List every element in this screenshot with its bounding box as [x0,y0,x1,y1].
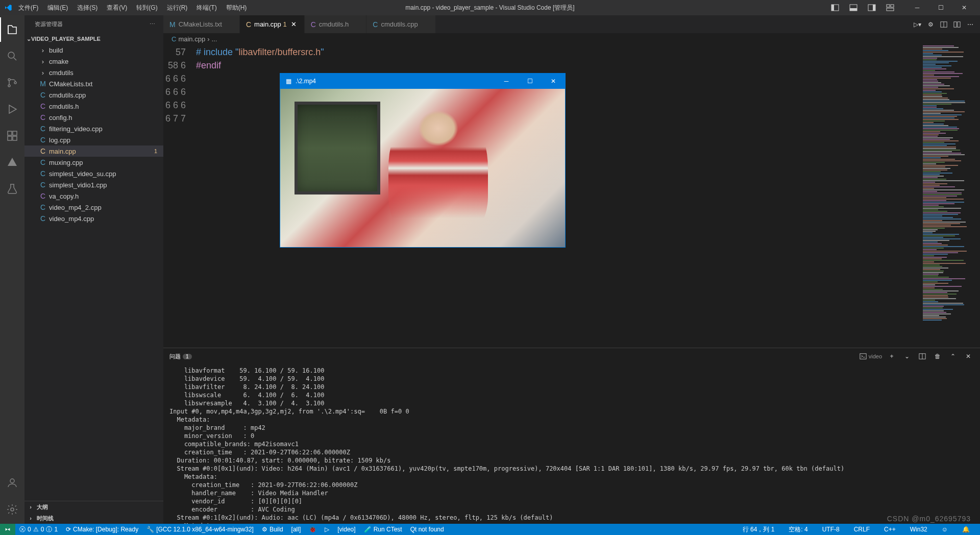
tree-item[interactable]: Clog.cpp [24,134,163,145]
kill-terminal-icon[interactable]: 🗑 [932,351,943,362]
close-tab-icon[interactable]: ✕ [290,20,298,29]
tree-item[interactable]: Cva_copy.h [24,190,163,202]
tree-item[interactable]: ›cmdutils [24,67,163,78]
status-qt[interactable]: Qt not found [406,524,448,535]
customize-layout-icon[interactable] [883,1,897,15]
status-launch-icon[interactable]: ▷ [321,524,333,535]
tree-item[interactable]: Ccmdutils.cpp [24,89,163,101]
editor-tab[interactable]: Ccmdutils.cpp [366,15,435,33]
source-control-icon[interactable] [0,70,24,95]
titlebar-left: 文件(F) 编辑(E) 选择(S) 查看(V) 转到(G) 运行(R) 终端(T… [4,2,251,14]
status-eol[interactable]: CRLF [850,526,874,533]
explorer-icon[interactable] [0,17,24,42]
file-icon: C [246,20,251,29]
tree-item[interactable]: ›build [24,44,163,56]
chevron-right-icon: › [39,58,47,65]
close-tab-icon[interactable] [421,20,429,29]
minimap[interactable] [922,44,973,348]
problems-tab[interactable]: 问题 1 [169,353,192,360]
tree-item[interactable]: Ccmdutils.h [24,101,163,112]
status-errors[interactable]: ⓧ 0 ⚠ 0 ⓘ 1 [15,524,62,535]
tree-item[interactable]: Cfiltering_video.cpp [24,123,163,134]
status-ln-col[interactable]: 行 64，列 1 [739,525,779,534]
diff-icon[interactable] [951,19,963,30]
more-icon[interactable]: ⋯ [965,19,976,30]
toggle-secondary-sidebar-icon[interactable] [865,1,879,15]
file-icon: C [39,169,47,178]
menu-go[interactable]: 转到(G) [132,2,161,14]
menu-help[interactable]: 帮助(H) [222,2,251,14]
testing-icon[interactable] [0,177,24,201]
close-panel-icon[interactable]: ✕ [963,351,974,362]
menu-edit[interactable]: 编辑(E) [43,2,72,14]
menu-view[interactable]: 查看(V) [103,2,131,14]
new-terminal-icon[interactable]: + [886,351,897,362]
settings-icon[interactable] [0,497,24,522]
status-debug-icon[interactable]: 🐞 [305,524,321,535]
minimize-button[interactable]: ─ [905,0,929,15]
tree-item[interactable]: Cvideo_mp4.cpp [24,213,163,224]
extensions-icon[interactable] [0,124,24,148]
status-cmake[interactable]: ⟳ CMake: [Debug]: Ready [62,524,142,535]
menu-file[interactable]: 文件(F) [14,2,42,14]
tree-item[interactable]: Cmain.cpp1 [24,145,163,157]
status-kit[interactable]: 🔧 [GCC 12.1.0 x86_64-w64-mingw32] [142,524,258,535]
tree-item[interactable]: Cconfig.h [24,112,163,123]
status-debug-target[interactable]: [video] [333,524,359,535]
close-tab-icon[interactable] [352,20,360,29]
tree-item[interactable]: Csimplest_video_su.cpp [24,168,163,179]
video-player-window[interactable]: ▦ .\2.mp4 ─ ☐ ✕ [280,74,565,247]
menu-terminal[interactable]: 终端(T) [192,2,220,14]
status-notifications-icon[interactable]: 🔔 [958,526,974,533]
close-tab-icon[interactable] [225,20,233,29]
video-minimize-button[interactable]: ─ [495,74,518,89]
breadcrumb[interactable]: C main.cpp › ... [163,33,980,44]
video-close-button[interactable]: ✕ [542,74,565,89]
status-target[interactable]: [all] [287,524,305,535]
remote-button[interactable] [0,524,15,535]
search-icon[interactable] [0,44,24,68]
video-titlebar[interactable]: ▦ .\2.mp4 ─ ☐ ✕ [280,74,565,89]
tree-item[interactable]: Csimplest_vidio1.cpp [24,179,163,190]
file-icon: C [39,181,47,189]
menu-selection[interactable]: 选择(S) [73,2,102,14]
menu-run[interactable]: 运行(R) [163,2,192,14]
status-spaces[interactable]: 空格: 4 [785,525,812,534]
tree-item[interactable]: Cvideo_mp4_2.cpp [24,202,163,213]
project-header[interactable]: ⌄ VIDEO_PLAYER_SAMPLE [24,33,163,44]
editor-tab[interactable]: Ccmdutils.h [305,15,367,33]
status-feedback-icon[interactable]: ☺ [938,526,952,533]
cmake-icon[interactable] [0,150,24,175]
configure-icon[interactable]: ⚙ [925,19,936,30]
status-lang[interactable]: C++ [880,526,900,533]
accounts-icon[interactable] [0,471,24,495]
watermark: CSDN @m0_62695793 [887,515,971,523]
split-terminal-icon[interactable] [917,351,928,362]
tree-item[interactable]: Cmuxing.cpp [24,157,163,168]
terminal-dropdown-icon[interactable]: ⌄ [901,351,913,362]
sidebar-more-icon[interactable]: ⋯ [150,21,155,28]
vscode-logo-icon [4,4,12,12]
outline-section[interactable]: ›大纲 [24,501,163,513]
tree-item[interactable]: ›cmake [24,56,163,67]
timeline-section[interactable]: ›时间线 [24,513,163,524]
run-icon[interactable]: ▷▾ [912,19,923,30]
toggle-panel-icon[interactable] [846,1,861,15]
editor-tab[interactable]: MCMakeLists.txt [163,15,240,33]
tree-label: main.cpp [49,148,76,155]
editor-tab[interactable]: Cmain.cpp 1 ✕ [240,15,305,33]
status-win[interactable]: Win32 [906,526,932,533]
close-button[interactable]: ✕ [952,0,976,15]
status-encoding[interactable]: UTF-8 [818,526,844,533]
video-maximize-button[interactable]: ☐ [518,74,542,89]
maximize-panel-icon[interactable]: ⌃ [947,351,959,362]
status-ctest[interactable]: 🧪 Run CTest [360,524,406,535]
terminal-output[interactable]: libavformat 59. 16.100 / 59. 16.100 liba… [163,364,980,524]
split-editor-icon[interactable] [938,19,949,30]
toggle-primary-sidebar-icon[interactable] [828,1,842,15]
run-debug-icon[interactable] [0,97,24,121]
status-build[interactable]: ⚙ Build [258,524,287,535]
terminal-profile[interactable]: video [860,353,882,360]
tree-item[interactable]: MCMakeLists.txt [24,78,163,89]
maximize-button[interactable]: ☐ [929,0,952,15]
